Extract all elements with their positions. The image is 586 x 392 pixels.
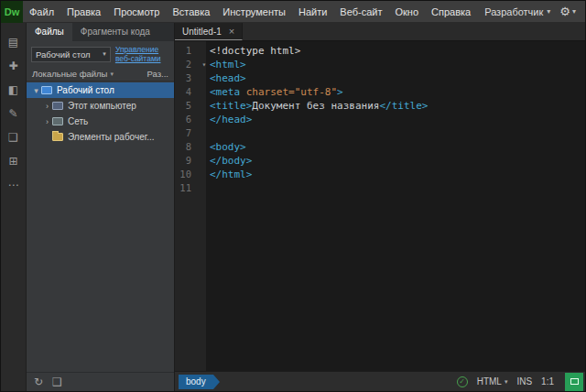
code-text: <body> [210,140,246,154]
code-view[interactable]: 1<!doctype html>2▾<html>3<head>4<meta ch… [175,41,585,371]
files-panel: Файлы Фрагменты кода Рабочий стол ▾ Упра… [27,23,175,391]
files-panel-icon[interactable]: ▤ [4,32,24,52]
fold-spacer [199,168,210,181]
menubar: Dw ФайлПравкаПросмотрВставкаИнструментыН… [1,1,585,23]
gear-icon[interactable]: ⚙ ▾ [559,5,576,18]
code-line[interactable]: 8<body> [175,140,585,154]
code-fold-icon[interactable]: ▾ [199,58,210,71]
menu-item[interactable]: Окно [388,1,425,23]
insert-mode-indicator[interactable]: INS [516,376,532,387]
menu-item[interactable]: Правка [60,1,107,23]
code-line[interactable]: 4<meta charset="utf-8"> [175,85,585,99]
tab-code-snippets[interactable]: Фрагменты кода [72,23,158,41]
tree-item[interactable]: Элементы рабочег... [27,129,174,145]
close-icon[interactable]: × [229,26,234,37]
document-tab-title: Untitled-1 [182,27,222,37]
behaviors-panel-icon[interactable]: ✎ [4,103,24,124]
cursor-position: 1:1 [541,376,554,387]
fold-spacer [199,113,210,126]
fold-spacer [199,85,210,99]
files-panel-footer: ↻ ❑ [27,372,174,391]
css-designer-icon[interactable]: ◧ [4,80,24,100]
chevron-down-icon[interactable]: ▾ [31,86,41,95]
refresh-icon[interactable]: ↻ [34,373,43,392]
menu-item[interactable]: Вставка [166,1,216,23]
line-number: 7 [175,126,199,140]
fold-spacer [199,181,210,195]
insert-panel-icon[interactable]: ✚ [4,56,24,76]
line-number: 5 [175,99,199,113]
line-number: 11 [175,181,199,195]
menu-item[interactable]: Просмотр [107,1,166,23]
tab-files[interactable]: Файлы [27,23,72,41]
site-log-icon[interactable]: ❑ [52,373,62,392]
snippets-panel-icon[interactable]: ❑ [4,127,24,147]
site-row: Рабочий стол ▾ Управление веб-сайтами [27,41,174,67]
chevron-down-icon: ▾ [572,7,576,16]
menu-item[interactable]: Веб-сайт [333,1,388,23]
fold-spacer [199,126,210,140]
more-panels-icon[interactable]: ⋯ [4,175,24,195]
code-line[interactable]: 1<!doctype html> [175,44,585,58]
line-number: 10 [175,168,199,181]
tree-item[interactable]: ›Этот компьютер [27,98,174,114]
fold-spacer [199,71,210,85]
chevron-down-icon: ▾ [547,7,550,16]
code-line[interactable]: 7 [175,126,585,140]
chevron-right-icon[interactable]: › [42,102,52,111]
code-line[interactable]: 10</html> [175,168,585,181]
code-line[interactable]: 5<title>Документ без названия</title> [175,99,585,113]
chevron-down-icon: ▾ [103,50,106,58]
tree-item[interactable]: ▾Рабочий стол [27,82,174,98]
menu-item[interactable]: Справка [425,1,477,23]
code-line[interactable]: 6</head> [175,113,585,126]
code-line[interactable]: 11 [175,181,585,195]
code-text: </head> [210,113,252,126]
line-number: 2 [175,58,199,71]
column-local-files[interactable]: Локальные файлы [32,69,107,79]
site-dropdown-value: Рабочий стол [36,49,91,60]
realtime-preview-button[interactable] [565,373,583,391]
code-line[interactable]: 2▾<html> [175,58,585,71]
menu-item[interactable]: Инструменты [216,1,292,23]
menu-item[interactable]: Файл [23,1,60,23]
code-text: <title>Документ без названия</title> [210,99,428,113]
code-line[interactable]: 3<head> [175,71,585,85]
code-line[interactable]: 9</body> [175,154,585,168]
panel-dock-rail: ▤✚◧✎❑⊞⋯ [1,23,27,391]
column-size[interactable]: Раз... [147,69,168,79]
tree-item-label: Сеть [68,116,88,126]
gear-glyph: ⚙ [559,5,570,18]
manage-sites-link[interactable]: Управление веб-сайтами [115,45,169,63]
tree-item-label: Этот компьютер [68,101,136,111]
folder-icon [52,133,63,141]
files-panel-tabs: Файлы Фрагменты кода [27,23,174,41]
lint-ok-icon[interactable]: ✓ [457,376,468,387]
network-icon [52,117,63,125]
file-tree: ▾Рабочий стол›Этот компьютер›СетьЭлемент… [27,82,174,372]
workspace-switcher[interactable]: Разработчик ▾ [484,6,550,17]
tree-item[interactable]: ›Сеть [27,114,174,129]
doc-type-label: HTML [477,376,502,387]
dreamweaver-window: Dw ФайлПравкаПросмотрВставкаИнструментыН… [0,0,586,392]
assets-panel-icon[interactable]: ⊞ [4,151,24,171]
doc-type-selector[interactable]: HTML ▾ [477,376,508,387]
line-number: 6 [175,113,199,126]
statusbar: body ✓ HTML ▾ INS 1:1 [175,371,585,391]
computer-icon [52,102,63,110]
workspace-label: Разработчик [484,6,543,17]
line-number: 9 [175,154,199,168]
fold-spacer [199,99,210,113]
document-tab-untitled-1[interactable]: Untitled-1 × [175,23,243,40]
code-text: <html> [210,58,246,71]
menubar-items: ФайлПравкаПросмотрВставкаИнструментыНайт… [23,1,477,23]
menu-item[interactable]: Найти [292,1,333,23]
fold-spacer [199,154,210,168]
site-dropdown[interactable]: Рабочий стол ▾ [31,47,111,62]
dreamweaver-logo: Dw [1,1,23,23]
chevron-right-icon[interactable]: › [42,117,52,126]
desktop-icon [41,86,52,94]
line-number: 3 [175,71,199,85]
tree-item-label: Элементы рабочег... [68,132,154,142]
tag-selector-body[interactable]: body [179,375,213,389]
